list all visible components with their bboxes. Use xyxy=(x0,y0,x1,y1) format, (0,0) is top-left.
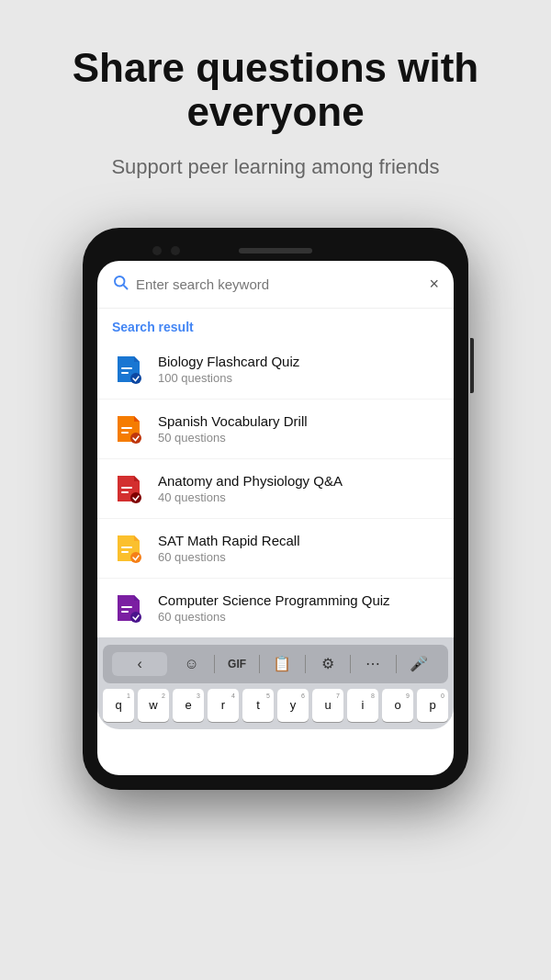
quiz-info-sat: SAT Math Rapid Recall 60 questions xyxy=(158,533,439,564)
key-r[interactable]: r4 xyxy=(208,689,239,722)
key-i[interactable]: i8 xyxy=(347,689,378,722)
quiz-item-anatomy[interactable]: Anatomy and Physiology Q&A 40 questions xyxy=(97,459,454,519)
quiz-count-sat: 60 questions xyxy=(158,550,439,564)
quiz-list: Biology Flashcard Quiz 100 questions xyxy=(97,340,454,637)
key-y[interactable]: y6 xyxy=(277,689,309,722)
quiz-count-cs: 60 questions xyxy=(158,610,439,624)
svg-point-4 xyxy=(130,373,141,384)
svg-point-13 xyxy=(130,552,141,563)
phone-side-button xyxy=(470,338,474,393)
keyboard-settings-button[interactable]: ⚙ xyxy=(308,655,348,672)
keyboard-mic-button[interactable]: 🎤 xyxy=(399,655,439,672)
quiz-info-anatomy: Anatomy and Physiology Q&A 40 questions xyxy=(158,473,439,504)
keyboard-gif-button[interactable]: GIF xyxy=(217,658,257,670)
keyboard-row-1: q1 w2 e3 r4 t5 y6 u7 i8 o9 p0 xyxy=(103,689,448,722)
quiz-icon-sat xyxy=(112,532,145,565)
quiz-name-cs: Computer Science Programming Quiz xyxy=(158,592,439,608)
key-e[interactable]: e3 xyxy=(173,689,204,722)
keyboard-back-button[interactable]: ‹ xyxy=(112,652,167,676)
keyboard-clipboard-button[interactable]: 📋 xyxy=(262,655,302,672)
svg-point-7 xyxy=(130,433,141,444)
phone-speaker xyxy=(239,248,312,253)
quiz-item-biology[interactable]: Biology Flashcard Quiz 100 questions xyxy=(97,340,454,400)
svg-rect-15 xyxy=(121,611,129,613)
svg-rect-11 xyxy=(121,546,132,548)
svg-point-16 xyxy=(130,612,141,623)
keyboard-area: ‹ ☺ GIF 📋 ⚙ ⋯ 🎤 q1 w2 e3 xyxy=(97,637,454,729)
header-section: Share questions with everyone Support pe… xyxy=(0,0,551,200)
quiz-item-sat[interactable]: SAT Math Rapid Recall 60 questions xyxy=(97,519,454,579)
svg-rect-5 xyxy=(121,427,132,429)
quiz-icon-anatomy xyxy=(112,472,145,505)
main-title: Share questions with everyone xyxy=(37,46,514,135)
quiz-item-spanish[interactable]: Spanish Vocabulary Drill 50 questions xyxy=(97,400,454,459)
quiz-item-cs[interactable]: Computer Science Programming Quiz 60 que… xyxy=(97,579,454,637)
quiz-icon-biology xyxy=(112,353,145,386)
quiz-info-biology: Biology Flashcard Quiz 100 questions xyxy=(158,354,439,385)
svg-line-1 xyxy=(123,285,127,288)
svg-rect-2 xyxy=(121,367,132,369)
phone-mockup: × Search result xyxy=(83,228,468,790)
camera-left xyxy=(152,246,162,255)
phone-outer: × Search result xyxy=(83,228,468,790)
key-o[interactable]: o9 xyxy=(382,689,413,722)
quiz-icon-spanish xyxy=(112,412,145,445)
keyboard-emoji-button[interactable]: ☺ xyxy=(171,656,211,672)
phone-notch xyxy=(97,242,454,261)
svg-rect-14 xyxy=(121,606,132,608)
quiz-name-biology: Biology Flashcard Quiz xyxy=(158,354,439,369)
quiz-count-anatomy: 40 questions xyxy=(158,490,439,504)
search-icon xyxy=(112,274,129,295)
phone-screen: × Search result xyxy=(97,261,454,775)
svg-point-10 xyxy=(130,492,141,503)
toolbar-divider-5 xyxy=(396,655,397,673)
svg-rect-8 xyxy=(121,487,132,489)
quiz-info-spanish: Spanish Vocabulary Drill 50 questions xyxy=(158,413,439,445)
quiz-name-spanish: Spanish Vocabulary Drill xyxy=(158,413,439,429)
quiz-name-sat: SAT Math Rapid Recall xyxy=(158,533,439,548)
quiz-info-cs: Computer Science Programming Quiz 60 que… xyxy=(158,592,439,624)
quiz-name-anatomy: Anatomy and Physiology Q&A xyxy=(158,473,439,489)
key-p[interactable]: p0 xyxy=(417,689,448,722)
close-button[interactable]: × xyxy=(429,275,439,294)
subtitle: Support peer learning among friends xyxy=(37,153,514,182)
svg-rect-12 xyxy=(121,551,129,553)
search-bar[interactable]: × xyxy=(97,261,454,309)
quiz-count-biology: 100 questions xyxy=(158,371,439,385)
keyboard-more-button[interactable]: ⋯ xyxy=(353,655,393,672)
key-q[interactable]: q1 xyxy=(103,689,134,722)
toolbar-divider-2 xyxy=(259,655,260,673)
toolbar-divider-3 xyxy=(305,655,306,673)
quiz-icon-cs xyxy=(112,591,145,625)
search-result-label: Search result xyxy=(97,309,454,340)
key-w[interactable]: w2 xyxy=(138,689,169,722)
search-input[interactable] xyxy=(136,276,422,292)
svg-rect-3 xyxy=(121,372,129,374)
svg-rect-6 xyxy=(121,432,129,434)
key-u[interactable]: u7 xyxy=(312,689,343,722)
camera-right xyxy=(171,246,180,255)
quiz-count-spanish: 50 questions xyxy=(158,431,439,445)
toolbar-divider-4 xyxy=(350,655,351,673)
keyboard-toolbar: ‹ ☺ GIF 📋 ⚙ ⋯ 🎤 xyxy=(103,645,448,683)
toolbar-divider-1 xyxy=(214,655,215,673)
svg-rect-9 xyxy=(121,491,129,493)
key-t[interactable]: t5 xyxy=(242,689,274,722)
